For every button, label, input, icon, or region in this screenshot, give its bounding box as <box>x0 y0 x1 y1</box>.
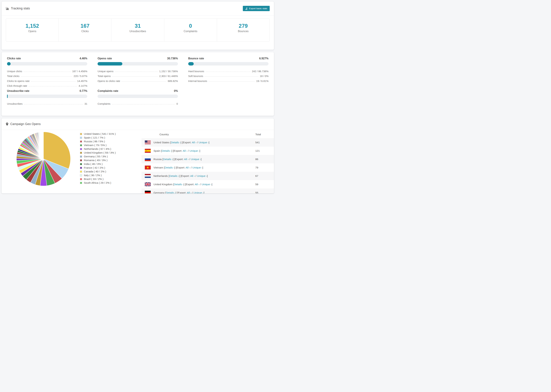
geo-opens-card: Campaign Geo Opens United States ( 541 /… <box>1 118 274 193</box>
rate-stat-value: 1,152 / 30.736% <box>159 70 178 73</box>
legend-swatch <box>80 133 82 135</box>
legend-item-canada[interactable]: Canada ( 40 / 2% ) <box>80 170 116 173</box>
dotted-leader <box>121 81 166 82</box>
geo-legend: United States ( 541 / 31% )Spain ( 121 /… <box>80 132 116 185</box>
clicks-rate-value: 4.46% <box>80 57 87 60</box>
complaints-rate-title: Complaints rate <box>98 90 118 92</box>
legend-item-italy[interactable]: Italy ( 36 / 2% ) <box>80 173 116 177</box>
details-link[interactable]: Details › <box>174 183 184 186</box>
legend-item-spain[interactable]: Spain ( 121 / 7% ) <box>80 136 116 140</box>
export-unique-link[interactable]: Unique › <box>191 158 201 161</box>
details-link[interactable]: Details › <box>163 158 173 161</box>
legend-swatch <box>80 174 82 176</box>
unsubscribe-rate-progressbar <box>7 95 87 98</box>
rate-stat-value: 167 / 4.456% <box>72 70 87 73</box>
legend-item-united-states[interactable]: United States ( 541 / 31% ) <box>80 132 116 136</box>
export-unique-link[interactable]: Unique › <box>202 183 212 186</box>
map-pin-icon <box>6 122 8 126</box>
legend-swatch <box>80 155 82 158</box>
legend-swatch <box>80 182 82 184</box>
tracking-stats-card: Tracking stats Export basic stats 1,152 … <box>1 1 274 50</box>
export-all-link[interactable]: All › <box>195 183 199 186</box>
bounce-rate-block: Bounce rate 6.927% Hard bounces242 / 86.… <box>188 57 268 83</box>
total-cell: 59 <box>255 183 274 186</box>
stat-complaints: 0 Complaints <box>164 19 217 41</box>
details-link[interactable]: Details › <box>166 191 176 194</box>
es-flag-icon <box>145 149 151 153</box>
country-name: United Kingdom <box>154 183 172 186</box>
details-link[interactable]: Details › <box>169 175 179 177</box>
rate-stat-value: 0 <box>177 102 178 106</box>
legend-swatch <box>80 170 82 173</box>
export-all-link[interactable]: All › <box>192 141 197 144</box>
export-all-link[interactable]: All › <box>183 149 187 152</box>
details-link[interactable]: Details › <box>162 149 171 152</box>
legend-item-netherlands[interactable]: Netherlands ( 67 / 4% ) <box>80 147 116 151</box>
legend-item-south-africa[interactable]: South Africa ( 29 / 2% ) <box>80 181 116 185</box>
geo-pie-chart[interactable] <box>16 131 71 186</box>
rate-stat-value: 31 <box>85 102 87 106</box>
country-name: Netherlands <box>154 175 168 177</box>
rate-stat-value: 18 / 0% <box>260 75 268 78</box>
rate-stat-value: 14.497% <box>77 79 87 83</box>
legend-label: India ( 46 / 3% ) <box>84 162 103 166</box>
export-all-link[interactable]: All › <box>190 175 195 177</box>
legend-swatch <box>80 144 82 147</box>
geo-table-row-es: Spain [Details ›] [Export: All › / Uniqu… <box>141 147 274 155</box>
country-cell: Spain [Details ›] [Export: All › / Uniqu… <box>154 149 255 152</box>
rate-stat-row: Unique opens1,152 / 30.736% <box>98 68 178 73</box>
clicks-count: 167 <box>59 23 111 29</box>
clicks-rate-title: Clicks rate <box>7 57 21 60</box>
stat-opens: 1,152 Opens <box>6 19 59 41</box>
country-column-header: Country <box>160 133 255 136</box>
legend-swatch <box>80 140 82 143</box>
legend-swatch <box>80 148 82 150</box>
stat-unsubscribes: 31 Unsubscribes <box>111 19 164 41</box>
page-title: Tracking stats <box>11 7 30 10</box>
export-all-link[interactable]: All › <box>186 166 190 169</box>
complaints-label: Complaints <box>164 30 217 33</box>
rate-stat-label: Unsubscribes <box>7 102 23 106</box>
tracking-stats-header: Tracking stats Export basic stats <box>1 1 274 15</box>
export-unique-link[interactable]: Unique › <box>199 141 209 144</box>
export-unique-link[interactable]: Unique › <box>194 191 204 194</box>
rate-stat-label: Internal bounces <box>188 79 207 83</box>
legend-item-brazil[interactable]: Brazil ( 33 / 2% ) <box>80 177 116 181</box>
country-name: Russia <box>154 158 162 161</box>
export-all-link[interactable]: All › <box>184 158 189 161</box>
legend-item-russia[interactable]: Russia ( 86 / 5% ) <box>80 140 116 143</box>
legend-item-germany[interactable]: Germany ( 55 / 3% ) <box>80 155 116 158</box>
bounces-count: 279 <box>217 23 269 29</box>
legend-item-france[interactable]: France ( 42 / 2% ) <box>80 166 116 170</box>
rate-stat-row: Internal bounces19 / 6.81% <box>188 78 268 83</box>
legend-item-vietnam[interactable]: Vietnam ( 79 / 5% ) <box>80 143 116 147</box>
legend-swatch <box>80 167 82 169</box>
legend-item-india[interactable]: India ( 46 / 3% ) <box>80 162 116 166</box>
total-column-header: Total <box>255 133 274 136</box>
pie-slice <box>43 132 43 159</box>
country-name: United States <box>154 141 170 144</box>
legend-swatch <box>80 137 82 139</box>
legend-item-romania[interactable]: Romania ( 49 / 3% ) <box>80 158 116 162</box>
legend-label: Germany ( 55 / 3% ) <box>84 155 108 158</box>
geo-table-row-gb: United Kingdom [Details ›] [Export: All … <box>141 180 274 189</box>
total-cell: 67 <box>255 175 274 177</box>
export-button-label: Export basic stats <box>249 7 267 10</box>
export-unique-link[interactable]: Unique › <box>197 175 207 177</box>
details-link[interactable]: Details › <box>165 166 174 169</box>
legend-label: Vietnam ( 79 / 5% ) <box>84 144 106 147</box>
export-basic-stats-button[interactable]: Export basic stats <box>243 6 270 11</box>
opens-rate-value: 30.736% <box>167 57 178 60</box>
unsubscribe-rate-block: Unsubscribe rate 0.77% Unsubscribes31 <box>7 90 87 106</box>
opens-rate-title: Opens rate <box>98 57 112 60</box>
legend-item-united-kingdom[interactable]: United Kingdom ( 59 / 3% ) <box>80 151 116 155</box>
country-cell: Vietnam [Details ›] [Export: All › / Uni… <box>154 166 255 169</box>
legend-label: Canada ( 40 / 2% ) <box>84 170 106 173</box>
rate-stat-row: Total clicks220 / 5.87% <box>7 73 87 78</box>
export-unique-link[interactable]: Unique › <box>190 149 199 152</box>
details-link[interactable]: Details › <box>171 141 181 144</box>
export-unique-link[interactable]: Unique › <box>192 166 202 169</box>
export-all-link[interactable]: All › <box>187 191 191 194</box>
rate-stat-label: Click through rate <box>7 84 27 88</box>
dotted-leader <box>205 72 251 72</box>
